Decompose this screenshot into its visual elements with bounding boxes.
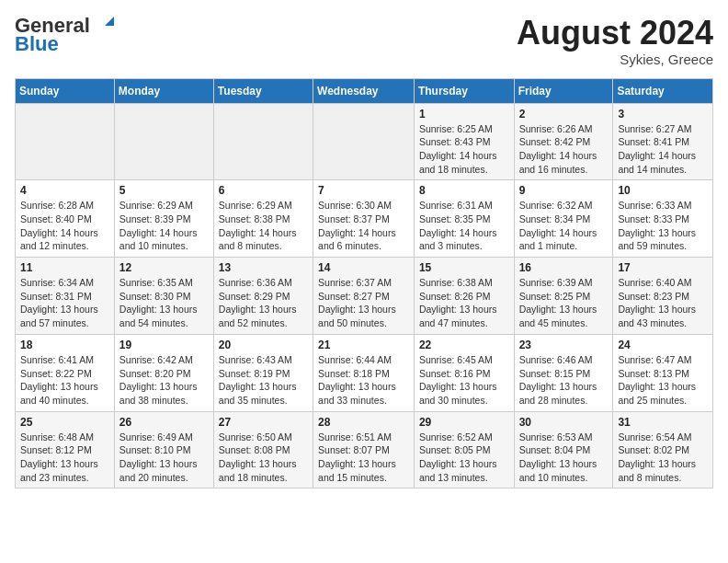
cell-info: Sunrise: 6:41 AM Sunset: 8:22 PM Dayligh… [20, 353, 109, 408]
calendar-cell: 12Sunrise: 6:35 AM Sunset: 8:30 PM Dayli… [114, 258, 213, 335]
day-number: 14 [318, 261, 409, 274]
day-number: 31 [618, 416, 708, 429]
calendar-cell: 31Sunrise: 6:54 AM Sunset: 8:02 PM Dayli… [613, 411, 713, 488]
day-number: 4 [20, 184, 109, 197]
cell-info: Sunrise: 6:44 AM Sunset: 8:18 PM Dayligh… [318, 353, 409, 408]
calendar-cell: 5Sunrise: 6:29 AM Sunset: 8:39 PM Daylig… [114, 180, 213, 258]
day-number: 17 [618, 261, 708, 274]
calendar-cell: 2Sunrise: 6:26 AM Sunset: 8:42 PM Daylig… [514, 103, 613, 180]
cell-info: Sunrise: 6:36 AM Sunset: 8:29 PM Dayligh… [219, 276, 308, 330]
cell-info: Sunrise: 6:49 AM Sunset: 8:10 PM Dayligh… [119, 431, 209, 485]
calendar-cell: 4Sunrise: 6:28 AM Sunset: 8:40 PM Daylig… [16, 180, 115, 258]
calendar-cell: 22Sunrise: 6:45 AM Sunset: 8:16 PM Dayli… [414, 334, 514, 411]
cell-info: Sunrise: 6:35 AM Sunset: 8:30 PM Dayligh… [119, 276, 209, 330]
calendar-cell: 20Sunrise: 6:43 AM Sunset: 8:19 PM Dayli… [213, 334, 313, 411]
cell-info: Sunrise: 6:26 AM Sunset: 8:42 PM Dayligh… [519, 122, 609, 177]
cell-info: Sunrise: 6:45 AM Sunset: 8:16 PM Dayligh… [419, 353, 509, 408]
header-monday: Monday [114, 78, 213, 103]
day-number: 6 [219, 184, 308, 197]
cell-info: Sunrise: 6:29 AM Sunset: 8:39 PM Dayligh… [119, 199, 209, 253]
calendar-table: Sunday Monday Tuesday Wednesday Thursday… [15, 78, 713, 489]
calendar-cell: 9Sunrise: 6:32 AM Sunset: 8:34 PM Daylig… [514, 180, 613, 258]
cell-info: Sunrise: 6:47 AM Sunset: 8:13 PM Dayligh… [618, 353, 708, 408]
cell-info: Sunrise: 6:38 AM Sunset: 8:26 PM Dayligh… [419, 276, 509, 330]
cell-info: Sunrise: 6:54 AM Sunset: 8:02 PM Dayligh… [618, 431, 708, 485]
header-tuesday: Tuesday [213, 78, 313, 103]
cell-info: Sunrise: 6:32 AM Sunset: 8:34 PM Dayligh… [519, 199, 609, 253]
calendar-cell: 23Sunrise: 6:46 AM Sunset: 8:15 PM Dayli… [514, 334, 613, 411]
cell-info: Sunrise: 6:43 AM Sunset: 8:19 PM Dayligh… [219, 353, 308, 408]
day-number: 9 [519, 184, 609, 197]
calendar-cell: 8Sunrise: 6:31 AM Sunset: 8:35 PM Daylig… [414, 180, 514, 258]
calendar-week-row: 18Sunrise: 6:41 AM Sunset: 8:22 PM Dayli… [16, 334, 713, 411]
header-wednesday: Wednesday [313, 78, 415, 103]
calendar-cell: 28Sunrise: 6:51 AM Sunset: 8:07 PM Dayli… [313, 411, 415, 488]
calendar-cell: 29Sunrise: 6:52 AM Sunset: 8:05 PM Dayli… [414, 411, 514, 488]
day-number: 16 [519, 261, 609, 274]
calendar-week-row: 4Sunrise: 6:28 AM Sunset: 8:40 PM Daylig… [16, 180, 713, 258]
header-sunday: Sunday [16, 78, 115, 103]
calendar-cell: 30Sunrise: 6:53 AM Sunset: 8:04 PM Dayli… [514, 411, 613, 488]
day-number: 25 [20, 416, 109, 429]
cell-info: Sunrise: 6:29 AM Sunset: 8:38 PM Dayligh… [219, 199, 308, 253]
day-number: 2 [519, 108, 609, 121]
calendar-week-row: 11Sunrise: 6:34 AM Sunset: 8:31 PM Dayli… [16, 258, 713, 335]
calendar-cell: 27Sunrise: 6:50 AM Sunset: 8:08 PM Dayli… [213, 411, 313, 488]
cell-info: Sunrise: 6:27 AM Sunset: 8:41 PM Dayligh… [618, 122, 708, 177]
calendar-cell: 21Sunrise: 6:44 AM Sunset: 8:18 PM Dayli… [313, 334, 415, 411]
calendar-cell: 6Sunrise: 6:29 AM Sunset: 8:38 PM Daylig… [213, 180, 313, 258]
cell-info: Sunrise: 6:30 AM Sunset: 8:37 PM Dayligh… [318, 199, 409, 253]
day-number: 26 [119, 416, 209, 429]
weekday-header-row: Sunday Monday Tuesday Wednesday Thursday… [16, 78, 713, 103]
calendar-cell [114, 103, 213, 180]
cell-info: Sunrise: 6:28 AM Sunset: 8:40 PM Dayligh… [20, 199, 109, 253]
cell-info: Sunrise: 6:42 AM Sunset: 8:20 PM Dayligh… [119, 353, 209, 408]
calendar-cell: 19Sunrise: 6:42 AM Sunset: 8:20 PM Dayli… [114, 334, 213, 411]
calendar-cell: 15Sunrise: 6:38 AM Sunset: 8:26 PM Dayli… [414, 258, 514, 335]
cell-info: Sunrise: 6:37 AM Sunset: 8:27 PM Dayligh… [318, 276, 409, 330]
day-number: 20 [219, 339, 308, 351]
page-header: General Blue August 2024 Sykies, Greece [15, 15, 713, 67]
day-number: 29 [419, 416, 509, 429]
day-number: 21 [318, 339, 409, 351]
cell-info: Sunrise: 6:40 AM Sunset: 8:23 PM Dayligh… [618, 276, 708, 330]
day-number: 1 [419, 108, 509, 121]
calendar-cell: 3Sunrise: 6:27 AM Sunset: 8:41 PM Daylig… [613, 103, 713, 180]
calendar-cell: 17Sunrise: 6:40 AM Sunset: 8:23 PM Dayli… [613, 258, 713, 335]
logo-icon [92, 15, 114, 37]
day-number: 30 [519, 416, 609, 429]
day-number: 7 [318, 184, 409, 197]
cell-info: Sunrise: 6:50 AM Sunset: 8:08 PM Dayligh… [219, 431, 308, 485]
location-subtitle: Sykies, Greece [517, 52, 713, 67]
cell-info: Sunrise: 6:46 AM Sunset: 8:15 PM Dayligh… [519, 353, 609, 408]
day-number: 5 [119, 184, 209, 197]
header-thursday: Thursday [414, 78, 514, 103]
calendar-cell: 25Sunrise: 6:48 AM Sunset: 8:12 PM Dayli… [16, 411, 115, 488]
day-number: 18 [20, 339, 109, 351]
header-saturday: Saturday [613, 78, 713, 103]
header-friday: Friday [514, 78, 613, 103]
calendar-cell: 26Sunrise: 6:49 AM Sunset: 8:10 PM Dayli… [114, 411, 213, 488]
logo-blue-text: Blue [15, 32, 59, 55]
cell-info: Sunrise: 6:33 AM Sunset: 8:33 PM Dayligh… [618, 199, 708, 253]
day-number: 24 [618, 339, 708, 351]
day-number: 12 [119, 261, 209, 274]
cell-info: Sunrise: 6:31 AM Sunset: 8:35 PM Dayligh… [419, 199, 509, 253]
day-number: 11 [20, 261, 109, 274]
cell-info: Sunrise: 6:48 AM Sunset: 8:12 PM Dayligh… [20, 431, 109, 485]
cell-info: Sunrise: 6:34 AM Sunset: 8:31 PM Dayligh… [20, 276, 109, 330]
calendar-cell: 18Sunrise: 6:41 AM Sunset: 8:22 PM Dayli… [16, 334, 115, 411]
month-year-title: August 2024 [517, 15, 713, 52]
day-number: 3 [618, 108, 708, 121]
calendar-cell [313, 103, 415, 180]
day-number: 15 [419, 261, 509, 274]
cell-info: Sunrise: 6:51 AM Sunset: 8:07 PM Dayligh… [318, 431, 409, 485]
calendar-week-row: 1Sunrise: 6:25 AM Sunset: 8:43 PM Daylig… [16, 103, 713, 180]
day-number: 10 [618, 184, 708, 197]
day-number: 27 [219, 416, 308, 429]
calendar-cell: 10Sunrise: 6:33 AM Sunset: 8:33 PM Dayli… [613, 180, 713, 258]
title-section: August 2024 Sykies, Greece [517, 15, 713, 67]
calendar-cell: 11Sunrise: 6:34 AM Sunset: 8:31 PM Dayli… [16, 258, 115, 335]
calendar-cell [16, 103, 115, 180]
calendar-cell: 16Sunrise: 6:39 AM Sunset: 8:25 PM Dayli… [514, 258, 613, 335]
